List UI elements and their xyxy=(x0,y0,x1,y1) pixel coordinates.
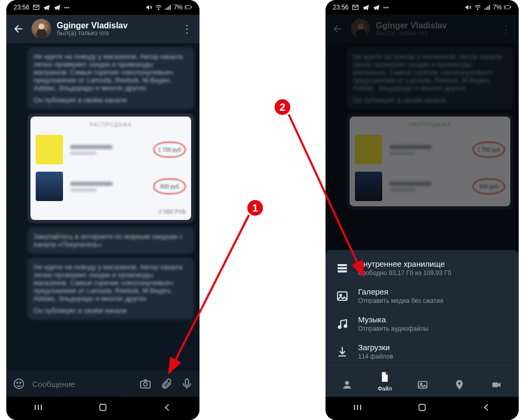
svg-point-22 xyxy=(345,381,349,385)
sheet-item-label: Галерея xyxy=(358,287,443,296)
price-circle: 800 руб xyxy=(472,178,505,194)
sheet-item-label: Музыка xyxy=(358,315,428,324)
home-button[interactable] xyxy=(417,402,427,415)
tab-contact[interactable] xyxy=(340,378,354,392)
emoji-icon[interactable] xyxy=(12,376,26,391)
svg-point-11 xyxy=(477,9,478,10)
svg-rect-27 xyxy=(419,404,425,411)
message-bubble[interactable]: Не идите на поводу у магазинов. Автор ка… xyxy=(27,258,194,320)
status-bar: 23:56 ••• xyxy=(6,0,200,15)
attach-icon[interactable] xyxy=(159,376,174,391)
message-input[interactable] xyxy=(33,380,132,388)
back-nav-button[interactable] xyxy=(481,402,492,415)
avatar[interactable] xyxy=(351,19,371,39)
contact-name: Gginger Vladislav xyxy=(57,21,174,30)
sheet-item-music[interactable]: Музыка Отправить аудиофайлы xyxy=(326,310,519,338)
message-bubble[interactable]: Не идите на поводу у магазинов. Автор ка… xyxy=(27,47,194,109)
product-thumb xyxy=(36,135,63,164)
svg-rect-15 xyxy=(338,264,347,266)
sheet-item-gallery[interactable]: Галерея Отправить медиа без сжатия xyxy=(326,282,519,310)
sheet-item-sub: Отправить аудиофайлы xyxy=(358,325,428,332)
person-icon xyxy=(340,378,354,392)
back-nav-button[interactable] xyxy=(162,402,173,415)
svg-rect-16 xyxy=(338,267,347,269)
avatar[interactable] xyxy=(32,19,51,39)
annotation-badge-2: 2 xyxy=(273,98,292,117)
chat-body[interactable]: Не идите на поводу у магазинов. Автор ка… xyxy=(6,43,200,371)
tab-camera[interactable] xyxy=(490,378,503,392)
recents-button[interactable] xyxy=(33,402,44,415)
message-card: РАСПРОДАЖА 1 700 руб 800 руб xyxy=(346,113,513,209)
camera-icon[interactable] xyxy=(139,376,153,391)
music-icon xyxy=(335,317,350,331)
svg-point-20 xyxy=(339,326,341,328)
svg-point-6 xyxy=(20,382,21,383)
telegram-icon xyxy=(373,4,380,11)
mic-icon[interactable] xyxy=(180,376,195,391)
telegram-icon xyxy=(362,4,370,11)
battery-icon xyxy=(504,4,511,11)
svg-rect-13 xyxy=(510,7,511,8)
sheet-item-storage[interactable]: Внутреннее хранилище Свободно 93,17 Гб и… xyxy=(326,254,519,282)
home-button[interactable] xyxy=(98,402,108,415)
more-indicator: ••• xyxy=(64,5,70,10)
message-card[interactable]: РАСПРОДАЖА 1 700 руб 800 руб 2 000 РУБ xyxy=(27,113,194,223)
svg-rect-2 xyxy=(191,7,192,8)
svg-rect-23 xyxy=(418,382,427,388)
svg-point-8 xyxy=(144,383,148,386)
price-circle: 1 700 руб xyxy=(472,142,505,158)
sheet-item-sub: Свободно 93,17 Гб из 109,93 Гб xyxy=(358,269,452,277)
message-bubble: Не идите на поводу у магазинов. Автор ка… xyxy=(346,47,513,109)
sheet-item-sub: Отправить медиа без сжатия xyxy=(358,297,443,304)
mute-icon xyxy=(145,4,153,11)
videocam-icon xyxy=(490,378,503,392)
telegram-icon xyxy=(54,4,61,11)
tab-gallery[interactable] xyxy=(416,378,429,392)
mail-icon xyxy=(33,4,40,11)
wifi-icon xyxy=(474,4,481,11)
attach-sheet: Внутреннее хранилище Свободно 93,17 Гб и… xyxy=(326,250,519,397)
svg-rect-17 xyxy=(338,270,347,272)
back-button[interactable] xyxy=(331,22,345,36)
more-indicator: ••• xyxy=(383,5,389,10)
status-time: 23:56 xyxy=(333,4,349,11)
signal-icon xyxy=(484,4,491,11)
product-thumb xyxy=(355,172,382,201)
chat-title-area[interactable]: Gginger Vladislav был(а) только что xyxy=(57,21,174,37)
chat-title-area[interactable]: Gginger Vladislav был(а) только что xyxy=(376,21,494,37)
telegram-icon xyxy=(43,4,50,11)
menu-button[interactable]: ⋮ xyxy=(180,23,194,35)
contact-status: был(а) только что xyxy=(57,30,174,37)
tab-file[interactable]: Файл xyxy=(377,370,392,392)
contact-status: был(а) только что xyxy=(376,30,494,37)
svg-rect-14 xyxy=(505,6,506,8)
status-bar: 23:56 ••• 7% xyxy=(326,0,519,15)
svg-rect-10 xyxy=(100,404,106,411)
battery-text: 7% xyxy=(493,4,502,11)
file-icon xyxy=(378,370,392,384)
message-bubble[interactable]: Закупайтесь в интернете по жирным скидка… xyxy=(27,227,194,254)
sheet-item-downloads[interactable]: Загрузки 114 файлов xyxy=(326,338,519,365)
price-circle: 800 руб xyxy=(153,178,186,194)
android-nav xyxy=(6,397,200,420)
chat-header: Gginger Vladislav был(а) только что ⋮ xyxy=(6,15,200,43)
status-time: 23:56 xyxy=(14,4,29,11)
menu-button[interactable]: ⋮ xyxy=(499,23,513,35)
contact-name: Gginger Vladislav xyxy=(376,21,494,30)
recents-button[interactable] xyxy=(352,402,363,415)
battery-text: 7% xyxy=(174,4,183,11)
price-circle: 1 700 руб xyxy=(153,142,186,158)
product-thumb xyxy=(355,135,382,164)
svg-rect-9 xyxy=(185,379,188,385)
chat-header: Gginger Vladislav был(а) только что ⋮ xyxy=(326,15,519,43)
tab-label: Файл xyxy=(377,385,392,392)
sheet-item-label: Внутреннее хранилище xyxy=(358,259,452,268)
svg-point-21 xyxy=(344,324,347,327)
location-icon xyxy=(453,378,466,392)
back-button[interactable] xyxy=(12,22,26,36)
svg-point-5 xyxy=(17,382,18,383)
svg-rect-26 xyxy=(492,382,498,387)
tab-location[interactable] xyxy=(453,378,466,392)
mute-icon xyxy=(465,4,472,11)
sheet-item-label: Загрузки xyxy=(358,343,393,352)
